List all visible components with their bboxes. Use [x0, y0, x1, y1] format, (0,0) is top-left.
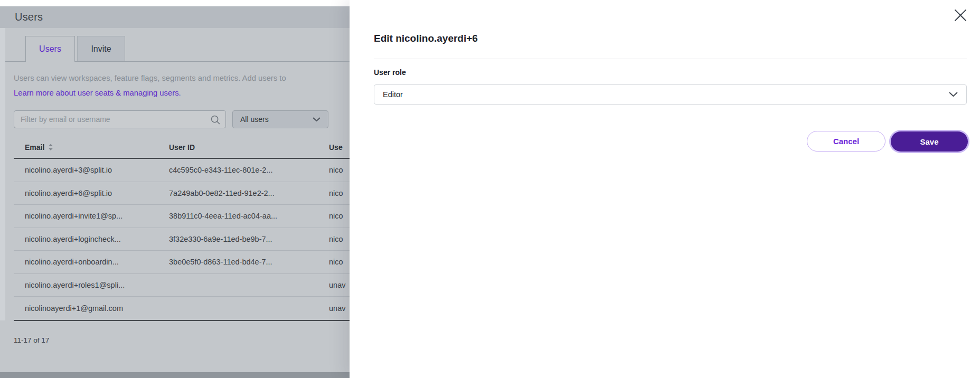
cell-username: nico [329, 212, 343, 220]
table-row[interactable]: nicolinoayerdi+1@gmail.com unav [14, 297, 350, 320]
cell-username: nico [329, 166, 343, 174]
user-role-label: User role [374, 68, 406, 77]
cancel-button[interactable]: Cancel [807, 131, 885, 152]
cell-username: nico [329, 189, 343, 197]
users-description: Users can view workspaces, feature flags… [14, 74, 286, 82]
modal-divider [374, 59, 967, 59]
cell-username: unav [329, 304, 345, 313]
cell-username: nico [329, 258, 343, 266]
chevron-down-icon [949, 92, 958, 97]
table-header: Email User ID Use [0, 141, 350, 155]
tab-users-label: Users [39, 44, 61, 54]
user-role-select[interactable]: Editor [374, 84, 967, 105]
search-icon [210, 115, 221, 125]
pagination-label: 11-17 of 17 [14, 336, 49, 344]
cell-email: nicolino.ayerdi+3@split.io [25, 166, 112, 174]
column-header-email[interactable]: Email [25, 143, 53, 152]
cell-user-id: 3be0e5f0-d863-11ed-bd4e-7... [169, 258, 272, 266]
cell-email: nicolino.ayerdi+roles1@spli... [25, 281, 125, 289]
cell-email: nicolino.ayerdi+logincheck... [25, 235, 121, 243]
page-title: Users [0, 6, 350, 28]
modal-title: Edit nicolino.ayerdi+6 [374, 33, 478, 44]
users-page: Users Users Invite Users can view worksp… [0, 0, 350, 378]
column-header-email-label: Email [25, 143, 44, 152]
tab-invite[interactable]: Invite [77, 36, 125, 61]
table-body: nicolino.ayerdi+3@split.io c4c595c0-e343… [14, 159, 350, 321]
cell-username: nico [329, 235, 343, 243]
left-gutter [0, 28, 5, 320]
filter-input[interactable] [14, 111, 225, 128]
search-box [14, 110, 226, 128]
cell-user-id: 38b911c0-4eea-11ed-ac04-aa... [169, 212, 277, 220]
learn-more-link[interactable]: Learn more about user seats & managing u… [14, 89, 181, 97]
save-button[interactable]: Save [891, 131, 968, 152]
cell-user-id: 7a249ab0-0e82-11ed-91e2-2... [169, 189, 275, 197]
table-row[interactable]: nicolino.ayerdi+roles1@spli... unav [14, 274, 350, 297]
column-header-username: Use [329, 143, 343, 152]
user-role-value: Editor [383, 90, 403, 99]
top-strip [0, 0, 350, 6]
tab-users[interactable]: Users [25, 36, 75, 62]
column-header-user-id: User ID [169, 143, 195, 152]
cell-username: unav [329, 281, 345, 289]
users-page-content: Users Invite Users can view workspaces, … [0, 28, 350, 372]
edit-user-modal: Edit nicolino.ayerdi+6 User role Editor … [350, 0, 980, 378]
tab-invite-label: Invite [91, 44, 111, 54]
cell-email: nicolinoayerdi+1@gmail.com [25, 304, 123, 313]
cell-user-id: 3f32e330-6a9e-11ed-be9b-7... [169, 235, 272, 243]
cell-user-id: c4c595c0-e343-11ec-801e-2... [169, 166, 272, 174]
user-filter-value: All users [240, 115, 269, 124]
chevron-down-icon [313, 117, 321, 122]
cell-email: nicolino.ayerdi+6@split.io [25, 189, 112, 197]
table-row[interactable]: nicolino.ayerdi+6@split.io 7a249ab0-0e82… [14, 182, 350, 205]
close-icon[interactable] [951, 6, 969, 24]
table-row[interactable]: nicolino.ayerdi+logincheck... 3f32e330-6… [14, 228, 350, 251]
cell-email: nicolino.ayerdi+onboardin... [25, 258, 119, 266]
user-filter-dropdown[interactable]: All users [232, 110, 328, 128]
bottom-strip [0, 372, 350, 378]
sort-icon [48, 144, 53, 151]
cell-email: nicolino.ayerdi+invite1@sp... [25, 212, 123, 220]
table-row[interactable]: nicolino.ayerdi+invite1@sp... 38b911c0-4… [14, 205, 350, 228]
table-row[interactable]: nicolino.ayerdi+3@split.io c4c595c0-e343… [14, 159, 350, 182]
table-row[interactable]: nicolino.ayerdi+onboardin... 3be0e5f0-d8… [14, 251, 350, 274]
